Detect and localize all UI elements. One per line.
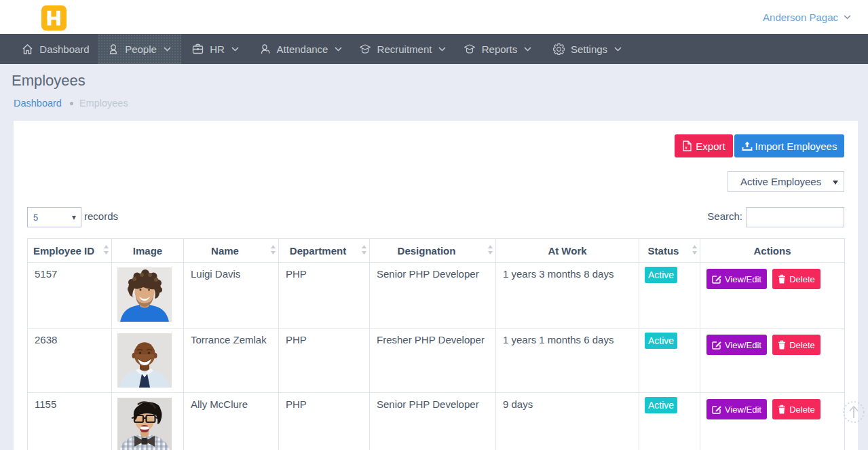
svg-text:x: x bbox=[685, 145, 687, 151]
